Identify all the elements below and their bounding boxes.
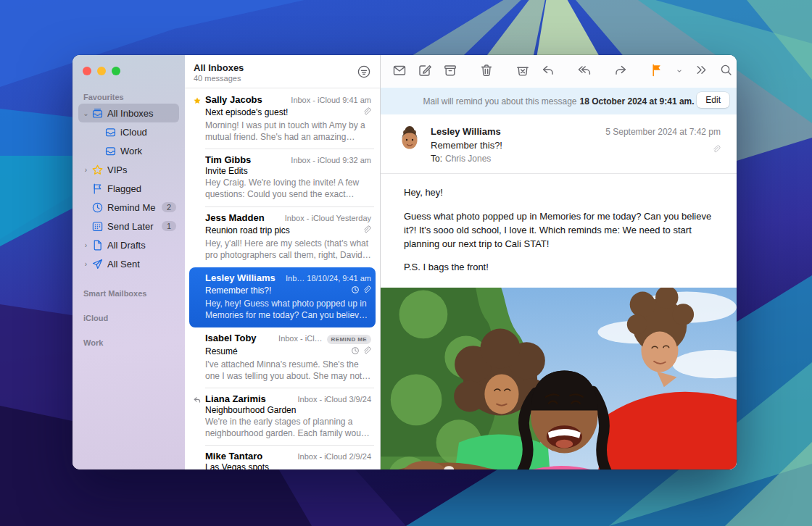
- photo-attachment[interactable]: [381, 288, 737, 469]
- sidebar-item-label: All Sent: [107, 259, 176, 270]
- trash-icon: [479, 63, 494, 80]
- sidebar-section-header-smart-mailboxes: Smart Mailboxes: [83, 289, 174, 298]
- reply-button[interactable]: [541, 63, 555, 80]
- sidebar-item-all-drafts[interactable]: ›All Drafts: [78, 235, 179, 254]
- message-count: 40 messages: [194, 74, 244, 83]
- body-paragraph: Guess what photo popped up in Memories f…: [404, 210, 713, 251]
- flag-button[interactable]: [650, 63, 664, 80]
- message-sender: Sally Jacobs: [205, 94, 262, 105]
- remind-me-badge: REMIND ME: [327, 335, 371, 344]
- message-subject: Remember this?!: [431, 139, 502, 153]
- more-icon: [695, 63, 708, 80]
- sidebar-item-all-sent[interactable]: ›All Sent: [78, 254, 179, 273]
- body-paragraph: Hey, hey!: [404, 186, 713, 200]
- compose-icon: [418, 63, 432, 80]
- message-meta: Inbox - iCloud 2/9/24: [297, 452, 371, 461]
- message-subject: Reunion road trip pics: [205, 225, 360, 235]
- message-sender: Tim Gibbs: [205, 154, 251, 165]
- star-icon: [191, 95, 204, 108]
- message-subject: Invite Edits: [205, 166, 368, 176]
- paperclip-icon: [362, 224, 371, 237]
- reply-icon: [541, 63, 555, 80]
- message-meta: Inb… 18/10/24, 9:41 am: [286, 274, 371, 283]
- message-body: Hey, hey! Guess what photo popped up in …: [381, 174, 737, 288]
- message-subject: Las Vegas spots: [205, 462, 368, 469]
- message-header: Lesley Williams Remember this?! To:Chris…: [381, 114, 737, 174]
- sidebar-item-vips[interactable]: ›VIPs: [78, 160, 179, 179]
- trash-button[interactable]: [479, 63, 494, 80]
- message-view-pane: Mail will remind you about this message …: [381, 55, 737, 469]
- sidebar-item-work[interactable]: Work: [91, 141, 179, 160]
- message-subject: Neighbourhood Garden: [205, 405, 368, 415]
- remind-clock-icon: [351, 284, 360, 297]
- forward-icon: [613, 63, 628, 80]
- toolbar: [381, 55, 737, 88]
- message-meta: Inbox - iCloud Yesterday: [285, 214, 371, 222]
- message-row[interactable]: Mike TantaroInbox - iCloud 2/9/24Las Veg…: [189, 446, 376, 469]
- message-row[interactable]: Liana ZarimisInbox - iCloud 3/9/24Neighb…: [189, 388, 376, 446]
- more-button[interactable]: [695, 63, 708, 80]
- message-row[interactable]: Isabel TobyInbox - iCl…REMIND MEResuméI'…: [189, 327, 376, 388]
- junk-button[interactable]: [515, 63, 530, 80]
- sender-avatar: [397, 125, 423, 151]
- edit-reminder-button[interactable]: Edit: [697, 92, 729, 108]
- reminder-date: 18 October 2024 at 9:41 am.: [580, 96, 695, 107]
- unread-count-badge: 1: [162, 221, 176, 231]
- close-window-button[interactable]: [83, 67, 91, 75]
- message-sender: Liana Zarimis: [205, 393, 266, 404]
- junk-icon: [515, 63, 530, 80]
- sidebar-item-flagged[interactable]: Flagged: [78, 179, 179, 198]
- paperclip-icon: [362, 106, 371, 119]
- message-preview: We're in the early stages of planning a …: [205, 416, 371, 439]
- message-meta: Inbox - iCloud 9:41 am: [291, 96, 371, 104]
- window-controls: [78, 55, 179, 83]
- filter-button[interactable]: [357, 64, 371, 82]
- message-rows: Sally JacobsInbox - iCloud 9:41 amNext e…: [185, 88, 380, 469]
- get-mail-button[interactable]: [392, 63, 407, 80]
- message-subject: Remember this?!: [205, 285, 348, 296]
- message-meta: Inbox - iCloud 3/9/24: [297, 395, 371, 404]
- archive-button[interactable]: [443, 63, 457, 80]
- message-row[interactable]: Jess MaddenInbox - iCloud YesterdayReuni…: [189, 207, 376, 267]
- message-row[interactable]: Tim GibbsInbox - iCloud 9:32 amInvite Ed…: [189, 149, 376, 206]
- sidebar-item-label: Work: [120, 146, 176, 156]
- get-mail-icon: [392, 63, 407, 80]
- zoom-window-button[interactable]: [112, 67, 120, 75]
- clock-icon: [91, 201, 104, 214]
- attachment-paperclip-icon: [605, 141, 721, 159]
- sidebar-item-remind-me[interactable]: Remind Me2: [78, 198, 179, 217]
- message-sender: Mike Tantaro: [205, 451, 262, 462]
- sidebar-item-label: iCloud: [120, 127, 176, 138]
- message-preview: Morning! I was put in touch with Amy by …: [205, 120, 371, 143]
- search-button[interactable]: [719, 63, 733, 80]
- message-sender: Lesley Williams: [205, 272, 276, 283]
- message-preview: Hey, y'all! Here are my selects (that's …: [205, 238, 371, 261]
- compose-button[interactable]: [418, 63, 432, 80]
- message-date: 5 September 2024 at 7:42 pm: [605, 125, 721, 139]
- star-icon: [91, 164, 104, 176]
- message-preview: Hey, hey! Guess what photo popped up in …: [205, 298, 371, 321]
- to-label: To:: [431, 154, 442, 164]
- inbox-icon: [104, 126, 117, 138]
- message-list-pane: All Inboxes 40 messages Sally JacobsInbo…: [185, 55, 381, 469]
- chevron-right-icon: ›: [81, 241, 91, 249]
- minimize-window-button[interactable]: [97, 67, 106, 75]
- message-subject: Resumé: [205, 346, 348, 356]
- document-icon: [91, 239, 104, 251]
- recipient-name[interactable]: Chris Jones: [445, 154, 491, 164]
- message-row[interactable]: Sally JacobsInbox - iCloud 9:41 amNext e…: [189, 89, 376, 149]
- mail-window: Favourites⌄All InboxesiCloudWork›VIPsFla…: [72, 55, 737, 469]
- forward-button[interactable]: [613, 63, 628, 80]
- message-row[interactable]: Lesley WilliamsInb… 18/10/24, 9:41 amRem…: [189, 267, 376, 327]
- remind-clock-icon: [351, 345, 360, 358]
- reminder-text: Mail will remind you about this message: [423, 96, 576, 107]
- flag-chevron-button[interactable]: [675, 65, 684, 78]
- sidebar-section-header-favourites: Favourites: [83, 93, 174, 101]
- sidebar-item-label: VIPs: [107, 164, 176, 175]
- reply-all-button[interactable]: [577, 63, 592, 80]
- sidebar-item-label: Send Later: [107, 221, 159, 232]
- sidebar-item-send-later[interactable]: Send Later1: [78, 217, 179, 235]
- sidebar-item-all-inboxes[interactable]: ⌄All Inboxes: [78, 104, 179, 122]
- reply-all-icon: [577, 63, 592, 80]
- sidebar-item-icloud[interactable]: iCloud: [91, 122, 179, 141]
